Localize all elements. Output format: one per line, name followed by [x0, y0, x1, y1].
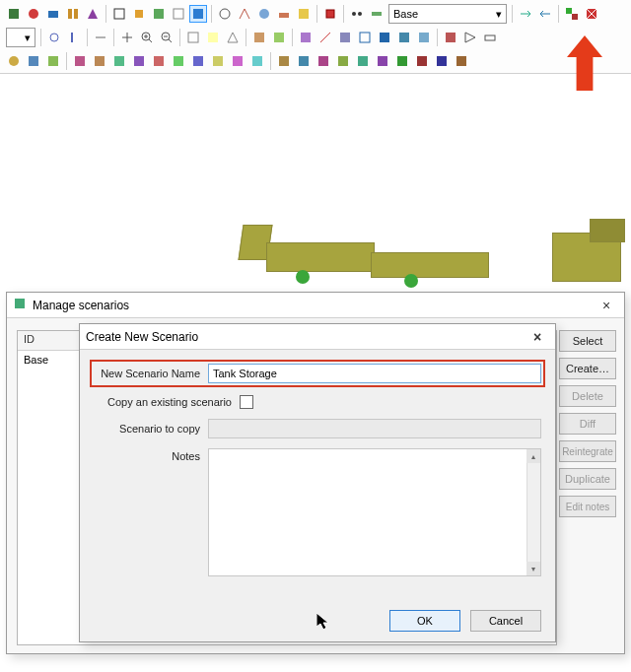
select-button[interactable]: Select — [559, 330, 616, 352]
tool-icon[interactable] — [356, 29, 374, 46]
notes-textarea[interactable]: ▴ ▾ — [208, 448, 541, 576]
tool-icon[interactable] — [25, 52, 42, 70]
svg-rect-20 — [572, 14, 578, 20]
tool-icon[interactable] — [236, 5, 253, 23]
duplicate-button[interactable]: Duplicate — [559, 468, 616, 490]
zoom-in-icon[interactable] — [138, 29, 156, 46]
tool-icon[interactable] — [45, 29, 63, 46]
tool-icon[interactable] — [170, 52, 187, 70]
tool-icon[interactable] — [248, 52, 266, 70]
scrollbar[interactable]: ▴ ▾ — [526, 449, 540, 575]
tool-icon[interactable] — [224, 29, 242, 46]
tool-icon[interactable] — [453, 52, 470, 70]
tool-icon[interactable] — [130, 52, 148, 70]
tool-icon[interactable] — [150, 5, 168, 23]
tool-icon[interactable] — [255, 5, 273, 23]
tool-icon[interactable] — [461, 29, 479, 46]
svg-rect-57 — [174, 56, 183, 66]
tool-icon[interactable] — [334, 52, 352, 70]
tool-icon[interactable] — [130, 5, 148, 23]
separator — [343, 5, 344, 23]
tool-icon[interactable] — [5, 5, 23, 23]
dialog-titlebar[interactable]: Manage scenarios × — [7, 293, 624, 318]
tool-icon[interactable] — [336, 29, 354, 46]
close-button[interactable]: × — [595, 296, 618, 315]
tool-icon[interactable] — [376, 29, 393, 46]
tool-icon[interactable] — [354, 52, 372, 70]
scenario-name-input[interactable] — [208, 364, 541, 383]
small-dropdown[interactable]: ▾ — [6, 28, 35, 47]
tool-icon[interactable] — [91, 52, 108, 70]
scenario-manager-icon[interactable] — [563, 5, 581, 23]
tool-icon[interactable] — [442, 29, 459, 46]
svg-rect-69 — [417, 56, 427, 66]
tool-icon[interactable] — [250, 29, 268, 46]
tool-icon[interactable] — [216, 5, 234, 23]
reintegrate-button[interactable]: Reintegrate — [559, 440, 616, 462]
tool-icon[interactable] — [110, 5, 128, 23]
tool-icon[interactable] — [209, 52, 227, 70]
tool-icon[interactable] — [44, 5, 62, 23]
tool-icon[interactable] — [92, 29, 109, 46]
tool-icon[interactable] — [295, 52, 313, 70]
tool-icon[interactable] — [415, 29, 433, 46]
tool-icon[interactable] — [275, 52, 293, 70]
tool-icon[interactable] — [348, 5, 366, 23]
tool-icon[interactable] — [433, 52, 451, 70]
svg-rect-68 — [397, 56, 407, 66]
tool-icon[interactable] — [150, 52, 168, 70]
tool-icon[interactable] — [44, 52, 62, 70]
tool-icon[interactable] — [189, 52, 207, 70]
tool-icon[interactable] — [110, 52, 128, 70]
tool-icon[interactable] — [413, 52, 431, 70]
tool-icon-selected[interactable] — [189, 5, 207, 23]
tool-icon[interactable] — [65, 29, 83, 46]
tool-icon[interactable] — [25, 5, 42, 23]
svg-rect-55 — [134, 56, 144, 66]
tool-icon[interactable] — [84, 5, 102, 23]
tool-icon[interactable] — [321, 5, 339, 23]
tool-icon[interactable] — [517, 5, 534, 23]
scroll-down-icon[interactable]: ▾ — [526, 562, 540, 575]
tool-icon[interactable] — [393, 52, 411, 70]
scenario-to-copy-dropdown — [208, 419, 541, 438]
attention-arrow-icon — [567, 35, 602, 100]
scenario-dropdown[interactable]: Base ▾ — [388, 4, 507, 24]
tool-icon[interactable] — [275, 5, 293, 23]
svg-point-24 — [50, 34, 58, 41]
tool-icon[interactable] — [395, 29, 413, 46]
zoom-out-icon[interactable] — [158, 29, 175, 46]
svg-rect-71 — [456, 56, 466, 66]
svg-point-11 — [220, 9, 230, 19]
tool-icon[interactable] — [204, 29, 222, 46]
tool-icon[interactable] — [297, 29, 315, 46]
svg-rect-45 — [419, 33, 429, 42]
tool-icon[interactable] — [229, 52, 246, 70]
tool-icon[interactable] — [481, 29, 499, 46]
tool-icon[interactable] — [316, 29, 334, 46]
dialog-titlebar[interactable]: Create New Scenario × — [80, 324, 555, 350]
ok-button[interactable]: OK — [389, 610, 460, 632]
tool-icon[interactable] — [583, 5, 600, 23]
tool-icon[interactable] — [170, 5, 187, 23]
tool-icon[interactable] — [270, 29, 288, 46]
edit-notes-button[interactable]: Edit notes — [559, 496, 616, 517]
create-button[interactable]: Create… — [559, 358, 616, 379]
tool-icon[interactable] — [5, 52, 23, 70]
tool-icon[interactable] — [71, 52, 89, 70]
tool-icon[interactable] — [64, 5, 82, 23]
model-canvas[interactable] — [0, 95, 631, 302]
tool-icon[interactable] — [368, 5, 386, 23]
scroll-up-icon[interactable]: ▴ — [526, 449, 540, 463]
diff-button[interactable]: Diff — [559, 413, 616, 435]
tool-icon[interactable] — [184, 29, 202, 46]
tool-icon[interactable] — [315, 52, 332, 70]
copy-existing-checkbox[interactable] — [240, 395, 253, 409]
tool-icon[interactable] — [536, 5, 554, 23]
close-button[interactable]: × — [526, 327, 549, 347]
delete-button[interactable]: Delete — [559, 385, 616, 407]
tool-icon[interactable] — [295, 5, 313, 23]
pan-icon[interactable] — [118, 29, 136, 46]
tool-icon[interactable] — [374, 52, 391, 70]
cancel-button[interactable]: Cancel — [470, 610, 541, 632]
